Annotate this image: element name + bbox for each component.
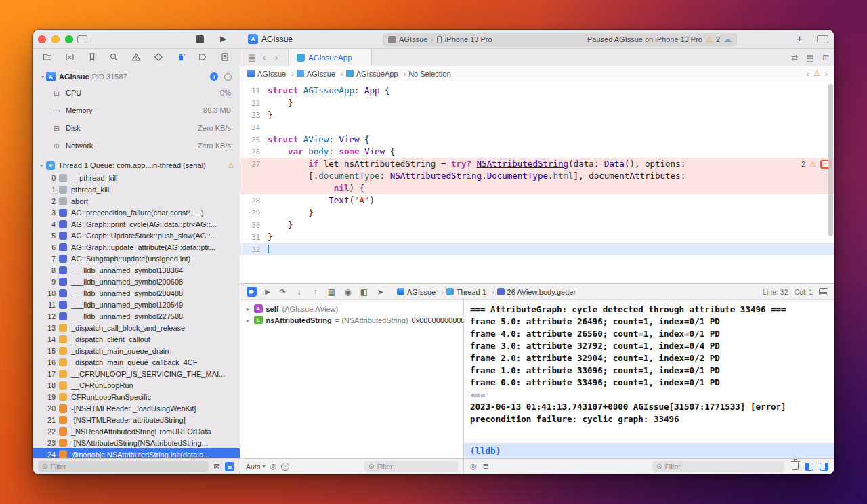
reports-navigator-icon[interactable] (219, 51, 230, 62)
toggle-navigator-icon[interactable] (77, 35, 87, 43)
code-line[interactable]: 11struct AGIssueApp: App { (240, 85, 834, 97)
code-line[interactable]: 29 } (240, 207, 834, 219)
line-number[interactable]: 29 (240, 207, 268, 219)
clear-console-icon[interactable] (792, 463, 799, 470)
code-line[interactable]: [.documentType: NSAttributedString.Docum… (240, 170, 834, 182)
editor-swap-icon[interactable]: ⇄ (792, 53, 799, 62)
line-number[interactable] (240, 182, 268, 194)
quicklook-eye-icon[interactable]: ◎ (270, 462, 277, 471)
stack-frame[interactable]: 12 ___lldb_unnamed_symbol227588 (33, 310, 240, 322)
stack-frame[interactable]: 14 _dispatch_client_callout (33, 333, 240, 345)
code-line[interactable]: 26 var body: some View { (240, 146, 834, 158)
breakpoints-toggle-button[interactable] (247, 287, 257, 297)
zoom-window-button[interactable] (65, 35, 73, 43)
scheme-chip[interactable]: A AGIssue (248, 34, 293, 44)
line-number[interactable]: 23 (240, 109, 268, 121)
forward-button[interactable]: › (270, 52, 282, 62)
variable-row[interactable]: ▸ A self (AGIssue.AView) (240, 303, 463, 314)
find-navigator-icon[interactable] (108, 51, 119, 62)
debug-crumb[interactable]: Thread 1 › (446, 288, 494, 296)
jump-bar-item[interactable]: AGIssue › (247, 70, 294, 78)
dock-debug-area-icon[interactable] (819, 288, 828, 295)
line-number[interactable]: 28 (240, 194, 268, 207)
line-number[interactable]: 27 (240, 158, 268, 170)
code-line[interactable]: 23} (240, 109, 834, 121)
code-line[interactable]: 25struct AView: View { (240, 133, 834, 146)
minimize-window-button[interactable] (51, 35, 60, 43)
stack-frame[interactable]: 6 AG::Graph::update_attribute(AG::data::… (33, 241, 240, 253)
issue-warning-icon[interactable]: ⚠ (813, 69, 820, 78)
stack-frame[interactable]: 24 @nonobjc NSAttributedString.init(data… (33, 448, 240, 458)
debug-crumb[interactable]: 26 AView.body.getter › (497, 288, 576, 296)
stack-frame[interactable]: 18 __CFRunLoopRun (33, 379, 240, 391)
navigator-filter-input[interactable] (50, 463, 205, 471)
code-line[interactable]: 27 if let nsAttributedString = try? NSAt… (240, 158, 834, 170)
simulate-location-button[interactable]: ➤ (375, 287, 385, 297)
gauge-row[interactable]: ⊕ Network Zero KB/s (33, 137, 240, 154)
stack-frame[interactable]: 3 AG::precondition_failure(char const*, … (33, 207, 240, 218)
disclosure-icon[interactable]: ▾ (39, 74, 46, 80)
gauge-row[interactable]: ▭ Memory 88.3 MB (33, 102, 240, 119)
variable-row[interactable]: ▸ L nsAttributedString = (NSAttributedSt… (240, 314, 463, 326)
warning-icon[interactable]: ⚠ (706, 35, 713, 44)
line-number[interactable]: 30 (240, 219, 268, 231)
stack-frame[interactable]: 11 ___lldb_unnamed_symbol120549 (33, 299, 240, 310)
info-icon[interactable]: i (281, 463, 289, 471)
stack-frame[interactable]: 20 -[NSHTMLReader _loadUsingWebKit] (33, 402, 240, 414)
stack-frame[interactable]: 21 -[NSHTMLReader attributedString] (33, 414, 240, 425)
info-icon[interactable]: i (210, 72, 218, 81)
line-number[interactable] (240, 170, 268, 182)
stop-button[interactable] (196, 35, 204, 43)
stack-frame[interactable]: 1 pthread_kill (33, 184, 240, 195)
show-variables-pane-icon[interactable] (805, 463, 813, 471)
project-navigator-icon[interactable] (42, 51, 53, 62)
show-crashed-threads-icon[interactable]: ⊠ (213, 462, 220, 471)
stack-frame[interactable]: 15 _dispatch_main_queue_drain (33, 345, 240, 356)
code-line[interactable]: 24 (240, 121, 834, 133)
line-number[interactable]: 22 (240, 97, 268, 109)
stack-frame[interactable]: 16 _dispatch_main_queue_callback_4CF (33, 356, 240, 368)
process-row[interactable]: ▾ A AGIssue PID 31587 i (33, 69, 240, 84)
stack-frame[interactable]: 17 __CFRUNLOOP_IS_SERVICING_THE_MAI... (33, 368, 240, 379)
editor-layout-icon[interactable] (817, 35, 828, 43)
code-line[interactable]: 22 } (240, 97, 834, 109)
code-line[interactable]: 30 } (240, 219, 834, 231)
navigator-filter-field[interactable]: ⊙ (38, 461, 209, 472)
disclosure-icon[interactable]: ▾ (38, 163, 45, 169)
code-line[interactable]: 28 Text("A") (240, 194, 834, 207)
breakpoints-navigator-icon[interactable] (197, 51, 208, 62)
stack-frame[interactable]: 10 ___lldb_unnamed_symbol200488 (33, 287, 240, 299)
show-console-pane-icon[interactable] (820, 463, 828, 471)
code-editor[interactable]: 11struct AGIssueApp: App {22 }23}2425str… (240, 81, 834, 283)
lldb-prompt[interactable]: (lldb) (464, 443, 834, 458)
variables-scope-menu[interactable]: Auto ▾ (246, 463, 266, 471)
previous-issue-icon[interactable]: ‹ (807, 70, 809, 78)
warning-count[interactable]: 2 (716, 35, 720, 43)
stack-frame[interactable]: 9 ___lldb_unnamed_symbol200608 (33, 276, 240, 287)
close-window-button[interactable] (38, 35, 46, 43)
stack-frame[interactable]: 23 -[NSAttributedString(NSAttributedStri… (33, 437, 240, 448)
add-button[interactable]: + (797, 33, 803, 44)
related-items-icon[interactable]: ▦ (246, 52, 258, 62)
jump-bar-item[interactable]: No Selection › (408, 70, 450, 78)
stack-frame[interactable]: 22 _NSReadAttributedStringFromURLOrData (33, 425, 240, 437)
variables-filter-field[interactable]: ⊙ (364, 461, 458, 472)
line-number[interactable]: 32 (240, 243, 268, 255)
line-number[interactable]: 11 (240, 85, 268, 97)
step-into-button[interactable]: ↓ (294, 287, 304, 297)
code-line[interactable]: 32 (240, 243, 834, 255)
view-hierarchy-button[interactable]: ▦ (326, 287, 337, 297)
quicklook-eye-icon[interactable]: ◎ (470, 462, 477, 471)
tests-navigator-icon[interactable] (153, 51, 164, 62)
stack-frame[interactable]: 7 AG::Subgraph::update(unsigned int) (33, 253, 240, 264)
stack-frame[interactable]: 13 _dispatch_call_block_and_release (33, 322, 240, 333)
gauge-row[interactable]: ⊡ CPU 0% (33, 84, 240, 102)
step-out-button[interactable]: ↑ (310, 287, 320, 297)
run-button[interactable]: ▶ (220, 34, 226, 43)
line-number[interactable]: 31 (240, 231, 268, 243)
stack-frame[interactable]: 0 __pthread_kill (33, 172, 240, 184)
stack-frame[interactable]: 2 abort (33, 195, 240, 207)
line-number[interactable]: 26 (240, 146, 268, 158)
next-issue-icon[interactable]: › (825, 70, 828, 78)
back-button[interactable]: ‹ (258, 52, 270, 62)
